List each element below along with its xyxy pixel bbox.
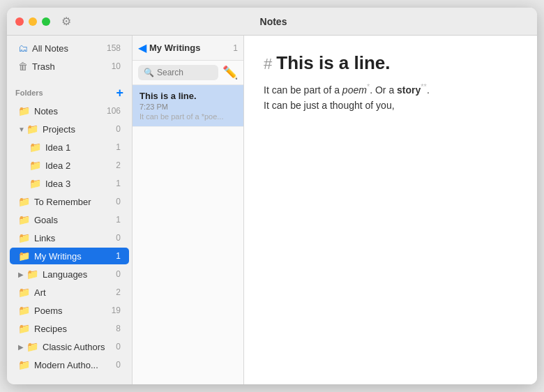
sidebar-item-label: Notes bbox=[34, 106, 107, 116]
sidebar-item-label: Links bbox=[34, 233, 116, 243]
tags-section-header: Tags + bbox=[7, 379, 132, 384]
sidebar-item-count: 1 bbox=[116, 251, 121, 261]
search-row: 🔍 ✏️ bbox=[138, 65, 238, 80]
sidebar-item-modern-authors[interactable]: 📁 Modern Autho... 0 bbox=[10, 356, 129, 373]
sidebar-item-count: 10 bbox=[112, 61, 121, 71]
heading-text: This is a line. bbox=[276, 52, 390, 74]
body-bold-story: story bbox=[397, 84, 421, 96]
sidebar-item-label: All Notes bbox=[32, 43, 107, 54]
chevron-down-icon: ▼ bbox=[18, 126, 25, 133]
folder-icon: 📁 bbox=[18, 214, 30, 225]
sidebar-item-count: 0 bbox=[116, 360, 121, 370]
main-layout: 🗂 All Notes 158 🗑 Trash 10 Folders + 📁 N… bbox=[7, 36, 537, 384]
body-line-2: It can be just a thought of you, bbox=[264, 98, 517, 113]
folder-icon: 📁 bbox=[18, 250, 30, 262]
compose-button[interactable]: ✏️ bbox=[222, 65, 238, 80]
asterisk-2: ** bbox=[421, 82, 427, 91]
sidebar-item-classic-authors[interactable]: ▶ 📁 Classic Authors 0 bbox=[10, 338, 129, 355]
folder-icon: 📁 bbox=[29, 142, 41, 153]
sidebar-item-label: Trash bbox=[32, 61, 112, 72]
sidebar-item-count: 8 bbox=[116, 324, 121, 333]
body-text-post: . bbox=[427, 84, 430, 96]
sidebar-item-idea1[interactable]: 📁 Idea 1 1 bbox=[10, 139, 129, 156]
sidebar-item-label: Idea 2 bbox=[45, 160, 116, 171]
sidebar-item-art[interactable]: 📁 Art 2 bbox=[10, 284, 129, 301]
body-text-pre: It can be part of a bbox=[264, 84, 342, 96]
editor-panel[interactable]: # This is a line. It can be part of a po… bbox=[244, 36, 537, 384]
sidebar-item-label: Classic Authors bbox=[43, 342, 116, 352]
sidebar-item-count: 0 bbox=[116, 342, 121, 352]
sidebar-item-label: Poems bbox=[34, 306, 112, 316]
sidebar-item-recipes[interactable]: 📁 Recipes 8 bbox=[10, 320, 129, 337]
sidebar-item-all-notes[interactable]: 🗂 All Notes 158 bbox=[10, 40, 129, 56]
titlebar: ⚙ Notes bbox=[7, 8, 537, 36]
sidebar-item-count: 1 bbox=[116, 142, 121, 152]
sidebar-item-count: 2 bbox=[116, 160, 121, 170]
sidebar-item-label: My Writings bbox=[34, 251, 116, 262]
sidebar-item-label: Idea 1 bbox=[45, 142, 116, 153]
sidebar-item-languages[interactable]: ▶ 📁 Languages 0 bbox=[10, 266, 129, 282]
body-line-1: It can be part of a poem*. Or a story**. bbox=[264, 81, 517, 98]
note-list-item[interactable]: This is a line. 7:23 PM It can be part o… bbox=[133, 85, 243, 127]
sidebar-item-label: Recipes bbox=[34, 324, 116, 334]
sidebar-item-projects[interactable]: ▼ 📁 Projects 0 bbox=[10, 121, 129, 137]
sidebar-item-to-remember[interactable]: 📁 To Remember 0 bbox=[10, 193, 129, 210]
sidebar-item-label: Goals bbox=[34, 215, 116, 225]
sidebar-item-links[interactable]: 📁 Links 0 bbox=[10, 229, 129, 246]
folder-icon: 📁 bbox=[18, 196, 30, 207]
body-text-mid: . Or a bbox=[370, 84, 397, 96]
sidebar-item-count: 0 bbox=[116, 233, 121, 243]
sidebar-item-count: 0 bbox=[116, 269, 121, 279]
app-window: ⚙ Notes 🗂 All Notes 158 🗑 Trash 10 Folde… bbox=[7, 8, 537, 384]
sidebar: 🗂 All Notes 158 🗑 Trash 10 Folders + 📁 N… bbox=[7, 36, 133, 384]
sidebar-item-label: Languages bbox=[43, 269, 116, 280]
sidebar-item-goals[interactable]: 📁 Goals 1 bbox=[10, 211, 129, 228]
trash-icon: 🗑 bbox=[18, 61, 28, 72]
sidebar-item-count: 0 bbox=[116, 124, 121, 134]
sidebar-item-count: 2 bbox=[116, 287, 121, 297]
note-heading: # This is a line. bbox=[264, 52, 517, 74]
search-area: 🔍 ✏️ bbox=[133, 61, 243, 85]
sidebar-item-poems[interactable]: 📁 Poems 19 bbox=[10, 302, 129, 319]
middle-panel-header: ◀ My Writings 1 bbox=[133, 36, 243, 61]
folder-icon: 🗂 bbox=[18, 43, 28, 54]
folder-icon: 📁 bbox=[18, 232, 30, 243]
sidebar-item-count: 0 bbox=[116, 197, 121, 206]
folder-icon: 📁 bbox=[18, 105, 30, 116]
folder-icon: 📁 bbox=[18, 305, 30, 316]
chevron-right-icon: ▶ bbox=[18, 343, 25, 351]
back-button[interactable]: ◀ bbox=[138, 41, 146, 54]
search-icon: 🔍 bbox=[144, 68, 154, 77]
sidebar-item-my-writings[interactable]: 📁 My Writings 1 bbox=[10, 248, 129, 264]
sidebar-item-count: 19 bbox=[112, 306, 121, 315]
note-preview: It can be part of a *poe... bbox=[139, 112, 236, 121]
search-input[interactable] bbox=[157, 68, 213, 77]
sidebar-item-idea3[interactable]: 📁 Idea 3 1 bbox=[10, 175, 129, 192]
sidebar-item-label: Modern Autho... bbox=[34, 360, 116, 370]
middle-panel-count: 1 bbox=[233, 43, 238, 53]
heading-hash-icon: # bbox=[264, 55, 272, 73]
sidebar-item-count: 158 bbox=[107, 43, 121, 53]
sidebar-item-count: 1 bbox=[116, 179, 121, 188]
folder-icon: 📁 bbox=[18, 323, 30, 334]
sidebar-item-count: 106 bbox=[107, 106, 121, 116]
folders-section-header: Folders + bbox=[7, 81, 132, 102]
sidebar-item-trash[interactable]: 🗑 Trash 10 bbox=[10, 58, 129, 75]
search-box[interactable]: 🔍 bbox=[138, 65, 218, 80]
sidebar-item-notes[interactable]: 📁 Notes 106 bbox=[10, 103, 129, 119]
middle-panel: ◀ My Writings 1 🔍 ✏️ This is a line. 7:2… bbox=[133, 36, 244, 384]
body-italic-poem: poem bbox=[342, 84, 367, 96]
note-body[interactable]: It can be part of a poem*. Or a story**.… bbox=[264, 81, 517, 113]
folder-icon: 📁 bbox=[27, 123, 38, 135]
folder-icon: 📁 bbox=[18, 359, 30, 370]
sidebar-item-idea2[interactable]: 📁 Idea 2 2 bbox=[10, 157, 129, 174]
folder-icon: 📁 bbox=[29, 160, 41, 171]
folder-icon: 📁 bbox=[27, 269, 38, 280]
add-folder-button[interactable]: + bbox=[116, 86, 123, 99]
middle-panel-title: My Writings bbox=[149, 43, 233, 53]
sidebar-item-count: 1 bbox=[116, 215, 121, 225]
folders-label: Folders bbox=[15, 89, 43, 97]
sidebar-item-label: Art bbox=[34, 287, 116, 298]
note-time: 7:23 PM bbox=[139, 103, 236, 111]
folder-icon: 📁 bbox=[18, 287, 30, 298]
